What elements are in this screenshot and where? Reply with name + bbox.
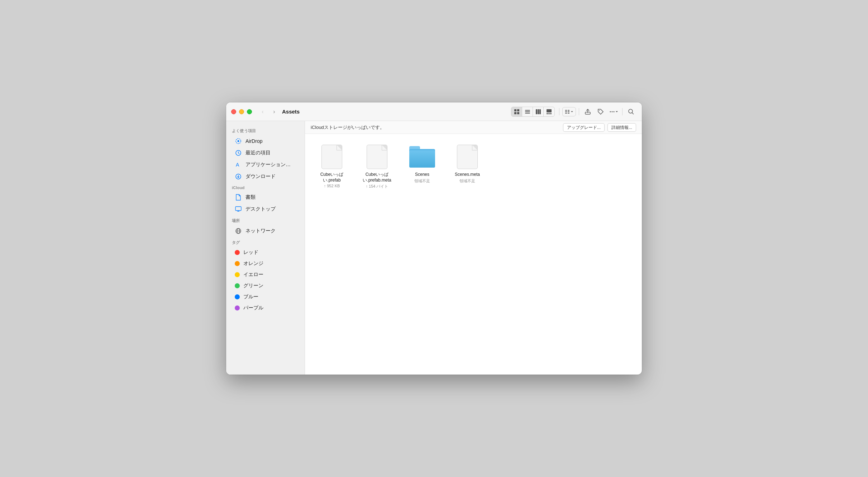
toolbar-separator-2 [579, 108, 579, 115]
svg-rect-6 [525, 113, 530, 114]
downloads-icon [235, 173, 242, 180]
file-size: ↑ 154 バイト [366, 184, 388, 189]
documents-label: 書類 [245, 194, 256, 201]
sidebar-item-tag-orange[interactable]: オレンジ [229, 258, 302, 269]
close-button[interactable] [231, 109, 236, 114]
svg-rect-2 [514, 112, 516, 114]
downloads-label: ダウンロード [245, 173, 276, 180]
tag-purple-label: パープル [243, 305, 263, 311]
tag-button[interactable] [595, 106, 606, 117]
svg-rect-11 [547, 113, 548, 114]
sidebar-item-recents[interactable]: 最近の項目 [229, 147, 302, 159]
sidebar-item-tag-yellow[interactable]: イエロー [229, 269, 302, 280]
file-status: 領域不足 [459, 178, 475, 184]
file-status: 領域不足 [414, 178, 430, 184]
svg-point-22 [610, 111, 611, 112]
svg-rect-3 [517, 112, 519, 114]
file-grid: Cubeいっぱい.prefab ↑ 952 KB Cubeいっぱい.prefab… [305, 134, 642, 375]
icloud-label: iCloud [226, 183, 305, 191]
file-icon-wrapper [454, 144, 480, 170]
titlebar: ‹ › Assets [226, 102, 642, 121]
finder-window: ‹ › Assets [226, 102, 642, 375]
applications-label: アプリケーション… [245, 162, 291, 168]
svg-point-25 [629, 109, 633, 113]
view-switcher [511, 107, 555, 117]
file-item-cube-prefab-meta[interactable]: Cubeいっぱい.prefab.meta ↑ 154 バイト [357, 141, 397, 192]
window-title: Assets [282, 109, 300, 115]
svg-line-26 [632, 112, 634, 114]
file-icon-wrapper [364, 144, 390, 170]
tag-dot-blue [235, 294, 240, 299]
main-content: iCloudストレージがいっぱいです。 アップグレード... 詳細情報... C… [305, 121, 642, 375]
sidebar-item-downloads[interactable]: ダウンロード [229, 171, 302, 182]
upload-arrow: ↑ [366, 184, 369, 188]
toolbar-icons [511, 106, 637, 117]
file-item-scenes-meta[interactable]: Scenes.meta 領域不足 [448, 141, 487, 192]
desktop-icon [235, 206, 242, 213]
generic-file-icon [457, 145, 478, 169]
search-button[interactable] [625, 106, 637, 117]
sidebar-item-tag-red[interactable]: レッド [229, 247, 302, 258]
toolbar-separator [559, 108, 559, 115]
info-message: iCloudストレージがいっぱいです。 [311, 124, 560, 131]
svg-rect-12 [548, 113, 550, 114]
toolbar-separator-3 [622, 108, 623, 115]
places-label: 場所 [226, 215, 305, 225]
folder-icon [409, 146, 435, 168]
file-item-cube-prefab[interactable]: Cubeいっぱい.prefab ↑ 952 KB [312, 141, 352, 192]
tags-label: タグ [226, 237, 305, 247]
generic-file-icon [367, 145, 387, 169]
tag-dot-orange [235, 261, 240, 266]
forward-button[interactable]: › [269, 107, 279, 117]
svg-rect-15 [565, 111, 567, 112]
generic-file-icon [321, 145, 342, 169]
tag-dot-green [235, 283, 240, 288]
recents-icon [235, 149, 242, 156]
file-icon-wrapper [319, 144, 345, 170]
action-button[interactable] [608, 106, 619, 117]
sidebar-item-tag-purple[interactable]: パープル [229, 303, 302, 313]
svg-point-23 [612, 111, 613, 112]
sidebar-item-tag-blue[interactable]: ブルー [229, 292, 302, 302]
view-columns-button[interactable] [533, 107, 544, 116]
svg-rect-16 [565, 113, 567, 114]
svg-rect-18 [568, 111, 569, 112]
svg-rect-0 [514, 109, 516, 111]
tag-dot-yellow [235, 272, 240, 277]
svg-rect-4 [525, 110, 530, 111]
minimize-button[interactable] [239, 109, 244, 114]
content-area: よく使う項目 AirDrop 最近の項目 [226, 121, 642, 375]
svg-rect-19 [568, 113, 569, 114]
share-button[interactable] [582, 106, 593, 117]
svg-rect-9 [539, 109, 541, 114]
sidebar-item-applications[interactable]: A アプリケーション… [229, 159, 302, 170]
svg-rect-17 [568, 110, 569, 111]
view-gallery-button[interactable] [544, 107, 554, 116]
file-name: Cubeいっぱい.prefab.meta [360, 172, 394, 183]
tag-dot-purple [235, 305, 240, 310]
sidebar-item-documents[interactable]: 書類 [229, 192, 302, 203]
details-button[interactable]: 詳細情報... [607, 123, 636, 132]
sidebar-item-desktop[interactable]: デスクトップ [229, 203, 302, 215]
file-name: Scenes [415, 172, 429, 178]
view-list-button[interactable] [522, 107, 533, 116]
airdrop-label: AirDrop [245, 138, 262, 144]
file-name: Scenes.meta [455, 172, 480, 178]
view-icons-button[interactable] [511, 107, 522, 116]
sidebar-item-network[interactable]: ネットワーク [229, 225, 302, 237]
maximize-button[interactable] [247, 109, 252, 114]
recents-label: 最近の項目 [245, 150, 271, 156]
sidebar-item-airdrop[interactable]: AirDrop [229, 135, 302, 147]
network-label: ネットワーク [245, 228, 276, 234]
file-item-scenes[interactable]: Scenes 領域不足 [402, 141, 442, 192]
upgrade-button[interactable]: アップグレード... [563, 123, 605, 132]
groupby-button[interactable] [562, 107, 576, 116]
sidebar-item-tag-green[interactable]: グリーン [229, 280, 302, 291]
info-bar: iCloudストレージがいっぱいです。 アップグレード... 詳細情報... [305, 121, 642, 134]
file-name: Cubeいっぱい.prefab [315, 172, 349, 183]
folder-icon-wrapper [409, 144, 435, 170]
nav-buttons: ‹ › [258, 107, 279, 117]
back-button[interactable]: ‹ [258, 107, 268, 117]
airdrop-icon [235, 138, 242, 145]
svg-rect-8 [538, 109, 539, 114]
